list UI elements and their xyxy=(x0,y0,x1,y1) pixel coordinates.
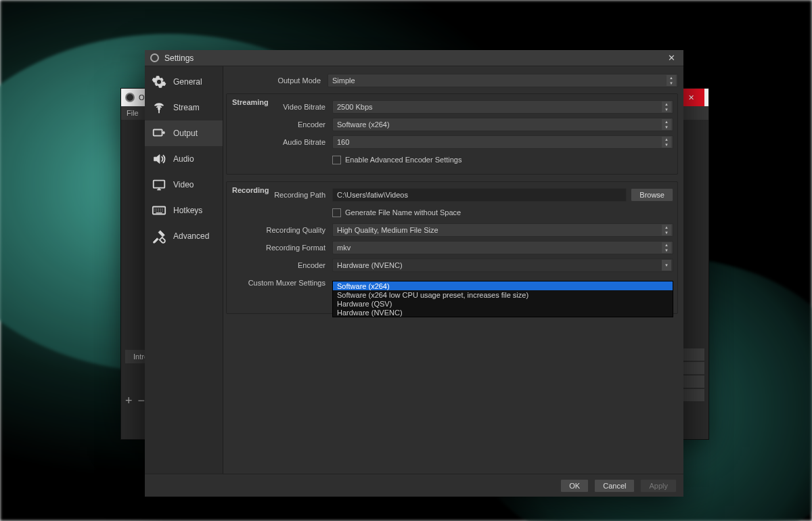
sidebar-label: Video xyxy=(173,180,194,189)
recording-format-select[interactable]: mkv ▲▼ xyxy=(332,241,673,254)
sidebar-item-hotkeys[interactable]: Hotkeys xyxy=(145,198,223,223)
obs-logo-icon xyxy=(150,53,159,62)
audio-bitrate-select[interactable]: 160 ▲▼ xyxy=(332,135,673,149)
sidebar-label: Stream xyxy=(173,103,200,112)
audio-bitrate-label: Audio Bitrate xyxy=(231,138,332,146)
settings-dialog: Settings ✕ General Stream Output xyxy=(145,50,683,497)
recording-encoder-select[interactable]: Hardware (NVENC) ▼ xyxy=(332,258,673,272)
advanced-encoder-checkbox[interactable] xyxy=(332,156,341,164)
recording-encoder-dropdown[interactable]: Software (x264) Software (x264 low CPU u… xyxy=(332,281,673,317)
svg-rect-2 xyxy=(154,181,165,188)
encoder-option[interactable]: Software (x264) xyxy=(333,281,673,290)
sidebar-item-general[interactable]: General xyxy=(145,69,223,95)
gear-icon xyxy=(152,74,166,89)
svg-point-0 xyxy=(158,108,160,110)
streaming-encoder-label: Encoder xyxy=(231,120,332,129)
apply-button[interactable]: Apply xyxy=(640,479,677,493)
filename-nospace-label: Generate File Name without Space xyxy=(345,208,461,217)
tools-icon xyxy=(152,229,166,244)
menu-file[interactable]: File xyxy=(127,109,139,117)
dialog-titlebar: Settings ✕ xyxy=(145,50,683,66)
sidebar-label: General xyxy=(173,77,202,87)
video-bitrate-input[interactable]: 2500 Kbps ▲▼ xyxy=(332,100,673,114)
obs-logo-icon xyxy=(125,93,135,102)
encoder-option[interactable]: Hardware (NVENC) xyxy=(333,308,673,317)
dialog-title: Settings xyxy=(164,53,194,63)
recording-path-input[interactable]: C:\Users\fatiw\Videos xyxy=(332,188,627,202)
sidebar-item-stream[interactable]: Stream xyxy=(145,95,223,120)
svg-rect-1 xyxy=(154,130,162,136)
browse-button[interactable]: Browse xyxy=(631,188,673,202)
sidebar-label: Hotkeys xyxy=(173,206,202,215)
settings-sidebar: General Stream Output Audio xyxy=(145,66,223,474)
recording-group: Recording Recording Path C:\Users\fatiw\… xyxy=(226,181,678,314)
dialog-close-button[interactable]: ✕ xyxy=(664,53,678,63)
sidebar-item-audio[interactable]: Audio xyxy=(145,146,223,172)
output-mode-label: Output Mode xyxy=(226,76,328,85)
add-source-button[interactable]: + xyxy=(125,394,133,408)
sidebar-item-advanced[interactable]: Advanced xyxy=(145,223,223,249)
recording-encoder-label: Encoder xyxy=(231,261,332,269)
streaming-encoder-select[interactable]: Software (x264) ▲▼ xyxy=(332,118,673,131)
ok-button[interactable]: OK xyxy=(560,479,589,493)
sidebar-label: Audio xyxy=(173,154,194,164)
dialog-footer: OK Cancel Apply xyxy=(145,474,683,497)
custom-muxer-label: Custom Muxer Settings xyxy=(231,279,332,287)
sidebar-item-video[interactable]: Video xyxy=(145,172,223,198)
remove-source-button[interactable]: − xyxy=(138,394,145,408)
settings-content: Output Mode Simple ▲▼ Streaming Video Bi… xyxy=(223,66,683,474)
advanced-encoder-checkbox-label: Enable Advanced Encoder Settings xyxy=(345,156,461,164)
sidebar-item-output[interactable]: Output xyxy=(145,120,223,146)
antenna-icon xyxy=(152,100,166,115)
filename-nospace-checkbox[interactable] xyxy=(332,208,341,217)
streaming-group: Streaming Video Bitrate 2500 Kbps ▲▼ Enc… xyxy=(226,93,678,175)
sidebar-label: Advanced xyxy=(173,231,209,241)
cancel-button[interactable]: Cancel xyxy=(594,479,635,493)
recording-group-title: Recording xyxy=(232,186,269,194)
sidebar-label: Output xyxy=(173,129,198,138)
recording-quality-select[interactable]: High Quality, Medium File Size ▲▼ xyxy=(332,223,673,237)
output-icon xyxy=(152,126,166,141)
encoder-option[interactable]: Hardware (QSV) xyxy=(333,299,673,308)
encoder-option[interactable]: Software (x264 low CPU usage preset, inc… xyxy=(333,290,673,299)
keyboard-icon xyxy=(152,203,166,218)
streaming-group-title: Streaming xyxy=(232,98,269,106)
recording-format-label: Recording Format xyxy=(231,244,332,252)
output-mode-select[interactable]: Simple ▲▼ xyxy=(328,74,678,87)
speaker-icon xyxy=(152,152,166,166)
recording-quality-label: Recording Quality xyxy=(231,226,332,234)
monitor-icon xyxy=(152,177,166,192)
